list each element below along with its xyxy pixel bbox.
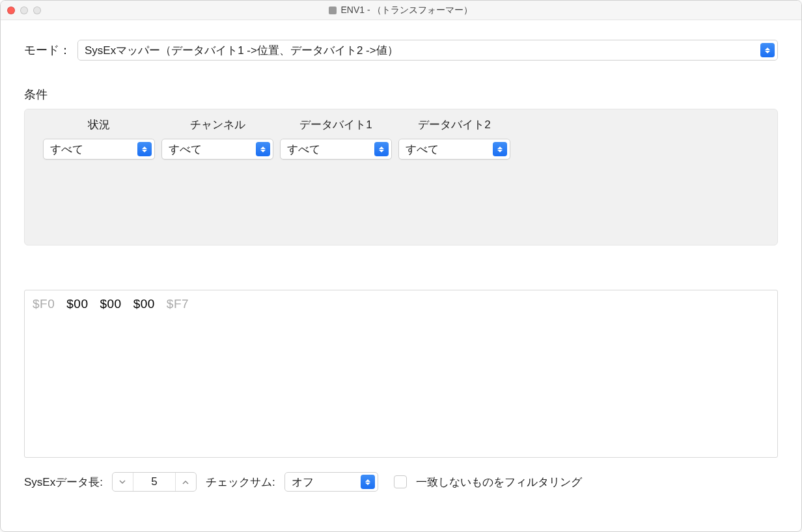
databyte1-select-value: すべて	[287, 142, 374, 157]
length-label: SysExデータ長:	[24, 475, 103, 490]
conditions-label: 条件	[24, 87, 778, 102]
window-title-icon	[329, 7, 337, 14]
databyte1-select[interactable]: すべて	[280, 139, 392, 160]
bottom-controls: SysExデータ長: 5 チェックサム: オフ 一致しないものをフィルタリング	[24, 472, 778, 492]
sysex-bytes: $F0 $00 $00 $00 $F7	[33, 297, 769, 311]
channel-select[interactable]: すべて	[161, 139, 273, 160]
conditions-panel: 状況 チャンネル データバイト1 データバイト2 すべて すべて すべて	[24, 109, 778, 245]
sysex-end-byte: $F7	[167, 297, 189, 311]
condition-selects: すべて すべて すべて すべて	[43, 139, 759, 160]
filter-checkbox[interactable]	[394, 475, 407, 488]
mode-row: モード： SysExマッパー（データバイト1 ->位置、データバイト2 ->値）	[24, 40, 778, 61]
updown-icon	[760, 43, 775, 57]
header-channel: チャンネル	[161, 117, 273, 132]
content-area: モード： SysExマッパー（データバイト1 ->位置、データバイト2 ->値）…	[1, 20, 801, 531]
sysex-byte[interactable]: $00	[100, 297, 121, 311]
updown-icon	[493, 142, 507, 156]
chevron-up-icon	[182, 480, 189, 484]
header-databyte2: データバイト2	[398, 117, 510, 132]
checksum-select-value: オフ	[292, 475, 361, 490]
sysex-data-box[interactable]: $F0 $00 $00 $00 $F7	[24, 290, 778, 458]
header-databyte1: データバイト1	[280, 117, 392, 132]
length-stepper[interactable]: 5	[112, 472, 197, 492]
checksum-select[interactable]: オフ	[284, 472, 378, 492]
header-status: 状況	[43, 117, 155, 132]
sysex-byte[interactable]: $00	[66, 297, 88, 311]
updown-icon	[374, 142, 389, 156]
window-title-text: ENV1 - （トランスフォーマー）	[340, 5, 473, 16]
filter-label: 一致しないものをフィルタリング	[416, 475, 582, 490]
updown-icon	[137, 142, 152, 156]
status-select-value: すべて	[50, 142, 137, 157]
minimize-button[interactable]	[20, 7, 28, 14]
databyte2-select[interactable]: すべて	[398, 139, 510, 160]
channel-select-value: すべて	[169, 142, 256, 157]
length-value: 5	[133, 475, 175, 488]
stepper-increment[interactable]	[175, 473, 196, 491]
mode-label: モード：	[24, 42, 71, 58]
updown-icon	[361, 475, 375, 489]
databyte2-select-value: すべて	[406, 142, 493, 157]
sysex-byte[interactable]: $00	[133, 297, 155, 311]
condition-headers: 状況 チャンネル データバイト1 データバイト2	[43, 117, 759, 132]
status-select[interactable]: すべて	[43, 139, 155, 160]
mode-select[interactable]: SysExマッパー（データバイト1 ->位置、データバイト2 ->値）	[77, 40, 778, 61]
titlebar: ENV1 - （トランスフォーマー）	[1, 1, 801, 20]
close-button[interactable]	[7, 7, 15, 14]
stepper-decrement[interactable]	[113, 473, 133, 491]
checksum-label: チェックサム:	[206, 475, 275, 490]
maximize-button[interactable]	[33, 7, 41, 14]
mode-select-value: SysExマッパー（データバイト1 ->位置、データバイト2 ->値）	[85, 43, 760, 58]
traffic-lights	[7, 7, 41, 14]
transformer-window: ENV1 - （トランスフォーマー） モード： SysExマッパー（データバイト…	[0, 0, 802, 532]
updown-icon	[256, 142, 270, 156]
window-title: ENV1 - （トランスフォーマー）	[1, 5, 801, 16]
chevron-down-icon	[119, 480, 126, 484]
sysex-start-byte: $F0	[33, 297, 55, 311]
